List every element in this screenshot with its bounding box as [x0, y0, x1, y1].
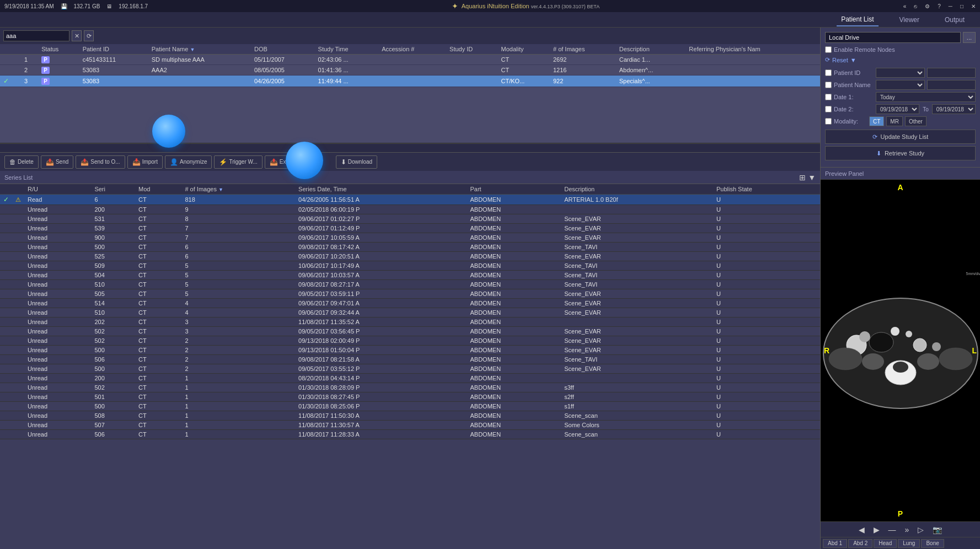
series-table-row[interactable]: Unread 200 CT 1 08/20/2018 04:43:14 P AB…	[0, 374, 820, 383]
srow-check[interactable]	[0, 299, 12, 308]
prev-back-button[interactable]: —	[886, 524, 898, 535]
search-input[interactable]	[3, 30, 69, 41]
srow-check[interactable]	[0, 280, 12, 289]
series-table-row[interactable]: Unread 502 CT 3 09/05/2017 03:56:45 P AB…	[0, 327, 820, 336]
col-referring[interactable]: Referring Physician's Nam	[686, 44, 820, 55]
series-table-row[interactable]: Unread 500 CT 6 09/08/2017 08:17:42 A AB…	[0, 243, 820, 252]
prev-play-button[interactable]: ▷	[915, 524, 926, 535]
series-table-row[interactable]: Unread 502 CT 2 09/13/2018 02:00:49 P AB…	[0, 336, 820, 346]
trigger-button[interactable]: ⚡Trigger W...	[214, 155, 262, 169]
date1-checkbox[interactable]	[825, 94, 832, 100]
patient-name-field[interactable]	[927, 80, 976, 90]
series-table-row[interactable]: Unread 509 CT 5 10/06/2017 10:17:49 A AB…	[0, 261, 820, 271]
row-check[interactable]: ✓	[0, 76, 21, 87]
series-table-row[interactable]: Unread 508 CT 1 11/08/2017 11:50:30 A AB…	[0, 411, 820, 421]
reset-dropdown-icon[interactable]: ▼	[850, 57, 856, 63]
clear-search-button[interactable]: ✕	[72, 30, 82, 41]
col-status[interactable]: Status	[38, 44, 79, 55]
reset-button[interactable]: Reset	[832, 57, 848, 63]
patient-id-field[interactable]	[927, 68, 976, 78]
drag-bubble-1[interactable]	[152, 115, 185, 148]
close-icon[interactable]: ✕	[971, 3, 976, 9]
import-button[interactable]: 📥Import	[127, 155, 163, 169]
date2-to-select[interactable]: 09/19/2018	[932, 104, 976, 114]
srow-check[interactable]	[0, 252, 12, 261]
series-table-row[interactable]: Unread 506 CT 1 11/08/2017 11:28:33 A AB…	[0, 430, 820, 439]
modality-other-button[interactable]: Other	[905, 116, 927, 126]
series-table-row[interactable]: Unread 500 CT 1 01/30/2018 08:25:06 P AB…	[0, 402, 820, 411]
srow-check[interactable]	[0, 271, 12, 280]
col-description[interactable]: Description	[616, 44, 686, 55]
prev-left-button[interactable]: ◀	[856, 524, 867, 535]
srow-check[interactable]	[0, 205, 12, 214]
srow-check[interactable]	[0, 233, 12, 243]
series-table-row[interactable]: Unread 507 CT 1 11/08/2017 11:30:57 A AB…	[0, 421, 820, 430]
minimize-icon[interactable]: ─	[949, 3, 952, 9]
local-drive-input[interactable]: Local Drive	[825, 32, 961, 43]
update-study-list-button[interactable]: ⟳ Update Study List	[825, 130, 976, 144]
modality-mr-button[interactable]: MR	[886, 116, 903, 126]
preview-image-area[interactable]: 5mm/div A P R L	[821, 180, 980, 521]
patient-id-select[interactable]	[876, 68, 925, 78]
topbar-controls[interactable]: « ⎋ ⚙ ? ─ □ ✕	[903, 3, 976, 9]
srow-check[interactable]	[0, 421, 12, 430]
series-table-row[interactable]: Unread 900 CT 7 09/06/2017 10:05:59 A AB…	[0, 233, 820, 243]
modality-ct-button[interactable]: CT	[869, 116, 884, 126]
srow-check[interactable]	[0, 392, 12, 402]
date1-select[interactable]: Today Yesterday This Week Custom	[876, 92, 976, 102]
back-icon[interactable]: «	[903, 3, 907, 9]
delete-button[interactable]: 🗑Delete	[4, 155, 39, 169]
scol-part[interactable]: Part	[467, 184, 561, 195]
col-accession[interactable]: Accession #	[378, 44, 446, 55]
tab-output[interactable]: Output	[940, 14, 969, 26]
srow-check[interactable]	[0, 224, 12, 233]
series-table-row[interactable]: Unread 501 CT 1 01/30/2018 08:27:45 P AB…	[0, 392, 820, 402]
srow-check[interactable]: ✓	[0, 195, 12, 205]
srow-check[interactable]	[0, 383, 12, 392]
preview-tab-abd2[interactable]: Abd 2	[848, 539, 872, 548]
series-table-row[interactable]: Unread 539 CT 7 09/06/2017 01:12:49 P AB…	[0, 224, 820, 233]
series-table-row[interactable]: Unread 510 CT 4 09/06/2017 09:32:44 A AB…	[0, 308, 820, 317]
enable-remote-checkbox[interactable]	[825, 46, 832, 53]
col-study-time[interactable]: Study Time	[315, 44, 379, 55]
series-table-row[interactable]: Unread 500 CT 2 09/05/2017 03:55:12 P AB…	[0, 364, 820, 374]
col-modality[interactable]: Modality	[498, 44, 550, 55]
preview-tab-bone[interactable]: Bone	[921, 539, 944, 548]
refresh-search-button[interactable]: ⟳	[84, 30, 94, 41]
patient-id-checkbox[interactable]	[825, 69, 832, 76]
series-table-row[interactable]: Unread 504 CT 5 09/06/2017 10:03:57 A AB…	[0, 271, 820, 280]
series-table-row[interactable]: Unread 502 CT 1 01/30/2018 08:28:09 P AB…	[0, 383, 820, 392]
series-table-row[interactable]: Unread 200 CT 9 02/05/2018 06:00:19 P AB…	[0, 205, 820, 214]
scol-images[interactable]: # of Images ▼	[181, 184, 295, 195]
series-options-button[interactable]: ▼	[808, 173, 816, 182]
series-table-row[interactable]: Unread 505 CT 5 09/05/2017 03:59:11 P AB…	[0, 289, 820, 299]
srow-check[interactable]	[0, 289, 12, 299]
srow-check[interactable]	[0, 355, 12, 364]
preview-tab-lung[interactable]: Lung	[898, 539, 920, 548]
patient-table-row[interactable]: 2 P 53083 AAA2 08/05/2005 01:41:36 ... C…	[0, 65, 820, 76]
scol-date[interactable]: Series Date, Time	[295, 184, 467, 195]
srow-check[interactable]	[0, 374, 12, 383]
tab-viewer[interactable]: Viewer	[895, 14, 924, 26]
patient-name-select[interactable]	[876, 80, 925, 90]
retrieve-study-button[interactable]: ⬇ Retrieve Study	[825, 146, 976, 160]
series-table-row[interactable]: Unread 525 CT 6 09/06/2017 10:20:51 A AB…	[0, 252, 820, 261]
scol-publish[interactable]: Publish State	[713, 184, 820, 195]
scol-desc[interactable]: Description	[561, 184, 713, 195]
patient-name-checkbox[interactable]	[825, 82, 832, 88]
col-patient-name[interactable]: Patient Name ▼	[148, 44, 251, 55]
series-table-row[interactable]: Unread 531 CT 8 09/06/2017 01:02:27 P AB…	[0, 214, 820, 224]
col-patient-id[interactable]: Patient ID	[79, 44, 148, 55]
anonymize-button[interactable]: 👤Anonymize	[165, 155, 212, 169]
preview-tab-head[interactable]: Head	[874, 539, 897, 548]
srow-check[interactable]	[0, 214, 12, 224]
send-to-button[interactable]: 📤Send to O...	[76, 155, 125, 169]
srow-check[interactable]	[0, 243, 12, 252]
col-num-images[interactable]: # of Images	[550, 44, 616, 55]
col-dob[interactable]: DOB	[251, 44, 315, 55]
date2-from-select[interactable]: 09/19/2018	[876, 104, 919, 114]
date2-checkbox[interactable]	[825, 106, 832, 112]
series-table-row[interactable]: Unread 514 CT 4 09/06/2017 09:47:01 A AB…	[0, 299, 820, 308]
prev-forward-button[interactable]: »	[903, 524, 912, 535]
series-table-row[interactable]: Unread 202 CT 3 11/08/2017 11:35:52 A AB…	[0, 317, 820, 327]
